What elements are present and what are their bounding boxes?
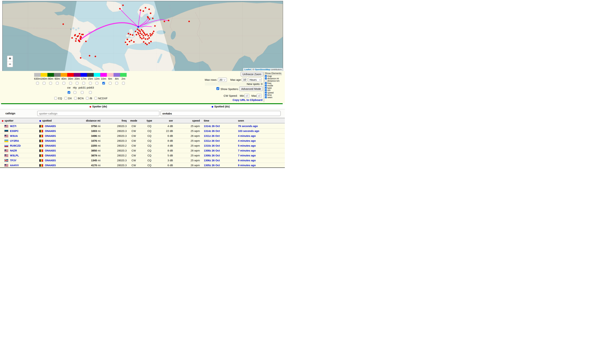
mode-checkbox-psk31[interactable] [81, 91, 83, 94]
band-checkbox-30m[interactable] [69, 82, 72, 85]
spot-marker[interactable] [129, 41, 130, 42]
spot-marker[interactable] [75, 40, 77, 42]
spot-marker[interactable] [152, 18, 154, 19]
spot-marker[interactable] [74, 35, 76, 37]
spot-marker[interactable] [140, 9, 141, 11]
spot-marker[interactable] [137, 32, 139, 33]
spot-marker[interactable] [146, 34, 148, 35]
spot-marker[interactable] [138, 33, 139, 35]
time-link[interactable]: 1310z 26 Oct [204, 144, 220, 147]
show-element-checkbox-speed[interactable] [265, 92, 267, 94]
spot-marker[interactable] [75, 38, 77, 40]
spot-marker[interactable] [164, 21, 165, 22]
spot-marker[interactable] [130, 34, 131, 35]
spot-marker[interactable] [142, 30, 144, 32]
spot-marker[interactable] [153, 31, 155, 32]
spot-marker[interactable] [150, 35, 152, 37]
spot-marker[interactable] [141, 29, 142, 31]
spot-marker[interactable] [143, 10, 144, 12]
band-checkbox-20m[interactable] [76, 82, 79, 85]
seen-link[interactable]: 7 minutes ago [238, 149, 256, 152]
spot-marker[interactable] [143, 37, 145, 39]
show-element-checkbox-distance-mi[interactable] [265, 78, 267, 79]
spot-marker[interactable] [122, 4, 124, 6]
band-checkbox-17m[interactable] [82, 82, 85, 85]
show-element-checkbox-freq[interactable] [265, 82, 267, 84]
filter-checkbox-ncdxf[interactable] [95, 97, 97, 100]
spotted-callsign-link[interactable]: ON4ABS [45, 154, 56, 157]
seen-link[interactable]: 103 seconds ago [238, 130, 259, 132]
show-element-checkbox-map[interactable] [265, 75, 267, 77]
mode-checkbox-cw[interactable] [68, 91, 70, 94]
max-age-unit-select[interactable]: Hours [248, 78, 262, 82]
spot-marker[interactable] [145, 43, 146, 44]
seen-link[interactable]: 5 minutes ago [238, 144, 256, 147]
zoom-in-button[interactable]: + [7, 56, 13, 61]
show-element-checkbox-time[interactable] [265, 94, 267, 96]
time-link[interactable]: 1314z 26 Oct [204, 125, 220, 128]
spotted-callsign-input[interactable] [161, 111, 281, 116]
filter-checkbox-bcn[interactable] [74, 97, 77, 100]
show-spotters-checkbox[interactable] [216, 87, 219, 90]
spotted-callsign-link[interactable]: ON4ABS [45, 134, 56, 137]
time-link[interactable]: 1308z 26 Oct [204, 149, 220, 152]
time-link[interactable]: 1314z 26 Oct [204, 130, 220, 132]
spot-marker[interactable] [139, 35, 141, 37]
show-element-checkbox-snr[interactable] [265, 89, 267, 91]
spotter-callsign-link[interactable]: AA4VV [10, 164, 19, 167]
spot-marker[interactable] [80, 39, 82, 40]
band-checkbox-80m[interactable] [49, 82, 52, 85]
spotter-callsign-link[interactable]: N4ZR [10, 149, 17, 152]
filter-checkbox--b[interactable] [86, 97, 89, 100]
spot-marker[interactable] [146, 44, 148, 45]
time-link[interactable]: 1311z 26 Oct [204, 139, 220, 142]
band-checkbox-4m[interactable] [115, 82, 118, 85]
band-checkbox-160m[interactable] [43, 82, 45, 85]
spotted-callsign-link[interactable]: ON4ABS [45, 139, 56, 142]
copy-url-link[interactable]: Copy URL to Clipboard [229, 98, 262, 102]
spot-marker[interactable] [62, 23, 64, 25]
spot-marker[interactable] [141, 34, 143, 35]
time-link[interactable]: 1308z 26 Oct [204, 154, 220, 157]
spotter-callsign-input[interactable] [37, 111, 159, 116]
spot-marker[interactable] [147, 38, 149, 40]
spot-marker[interactable] [131, 40, 132, 41]
spot-marker[interactable] [150, 13, 152, 14]
show-element-checkbox-mode[interactable] [265, 85, 267, 87]
leaflet-link[interactable]: Leaflet [244, 68, 251, 71]
spot-marker[interactable] [141, 38, 143, 39]
spotter-callsign-link[interactable]: RU9CZD [10, 144, 21, 147]
spot-marker[interactable] [132, 34, 134, 36]
spot-marker[interactable] [85, 41, 87, 42]
spot-marker[interactable] [127, 44, 128, 45]
spot-marker[interactable] [152, 32, 154, 34]
spot-marker[interactable] [79, 41, 81, 42]
filter-checkbox-cq[interactable] [54, 97, 57, 100]
seen-link[interactable]: 4 minutes ago [238, 139, 256, 142]
zoom-out-button[interactable]: − [7, 61, 13, 67]
spot-marker[interactable] [145, 7, 146, 9]
spotted-callsign-link[interactable]: ON4ABS [45, 164, 56, 167]
spot-marker[interactable] [148, 42, 150, 44]
spot-marker[interactable] [154, 25, 156, 27]
spotter-callsign-link[interactable]: UY2RA [10, 139, 19, 142]
spotter-callsign-link[interactable]: TF3Y [10, 159, 16, 162]
spotter-callsign-link[interactable]: W3UA [10, 134, 18, 137]
mode-checkbox-rtty[interactable] [74, 91, 76, 94]
cw-speed-max-input[interactable] [257, 94, 262, 98]
spot-marker[interactable] [139, 31, 141, 32]
spot-marker[interactable] [119, 8, 121, 10]
time-link[interactable]: 1311z 26 Oct [204, 134, 220, 137]
seen-link[interactable]: 7 minutes ago [238, 154, 256, 157]
spot-marker[interactable] [140, 32, 141, 34]
spot-marker[interactable] [77, 36, 78, 37]
spot-marker[interactable] [133, 41, 135, 43]
spotted-callsign-link[interactable]: ON4ABS [45, 159, 56, 162]
spot-marker[interactable] [148, 37, 150, 39]
spot-marker[interactable] [151, 34, 153, 36]
spotted-callsign-link[interactable]: ON4ABS [45, 149, 56, 152]
time-link[interactable]: 1305z 26 Oct [204, 164, 220, 167]
spot-marker[interactable] [148, 35, 149, 37]
advanced-mode-button[interactable]: Advanced Mode [239, 86, 263, 91]
seen-link[interactable]: 79 seconds ago [238, 125, 258, 128]
